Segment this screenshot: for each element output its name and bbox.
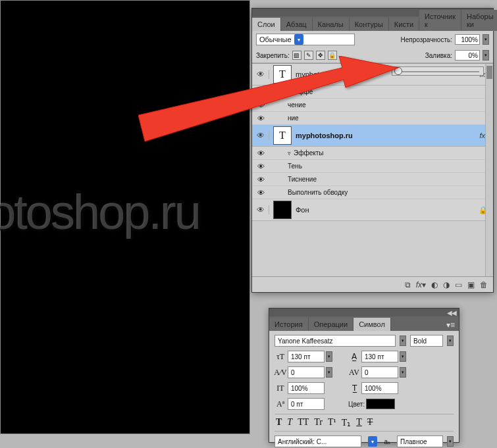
visibility-eye-icon[interactable]: 👁 (252, 176, 269, 184)
fx-icon[interactable]: fx▾ (416, 280, 426, 289)
layer-name[interactable]: Фон (296, 206, 309, 214)
tab-layers[interactable]: Слои (252, 18, 281, 31)
fill-input[interactable]: 0% (455, 50, 480, 61)
allcaps-button[interactable]: TT (298, 417, 309, 428)
font-size-input[interactable]: 130 пт (288, 351, 325, 362)
chevron-down-icon[interactable]: ▾ (400, 351, 406, 362)
disclosure-icon[interactable]: ▿ (288, 150, 291, 157)
effects-row[interactable]: 👁 ▿ Эффе (252, 86, 493, 99)
effect-item[interactable]: 👁 ние (252, 112, 493, 125)
font-family-dropdown[interactable]: Yanone Kaffeesatz (275, 335, 396, 347)
disclosure-icon[interactable]: ▿ (288, 89, 291, 95)
tab-paths[interactable]: Контуры (350, 18, 389, 31)
visibility-eye-icon[interactable]: 👁 (252, 149, 269, 157)
color-swatch[interactable] (366, 399, 395, 409)
visibility-eye-icon[interactable]: 👁 (252, 88, 269, 96)
effect-label: Эффекты (294, 149, 323, 157)
new-layer-icon[interactable]: ▣ (467, 280, 475, 289)
visibility-eye-icon[interactable]: 👁 (252, 114, 269, 122)
superscript-button[interactable]: T¹ (328, 417, 336, 428)
chevron-down-icon[interactable]: ▾ (400, 367, 406, 378)
kerning-input[interactable]: 0 (288, 366, 325, 378)
layer-row[interactable]: 👁 Фон 🔒 (252, 199, 493, 221)
effect-item[interactable]: 👁 чение (252, 99, 493, 112)
tab-brushes[interactable]: Кисти (389, 18, 419, 31)
layer-row[interactable]: 👁 T myphotoshop.ru fx ▾ (252, 125, 493, 147)
chevron-down-icon[interactable]: ▾ (368, 436, 377, 447)
text-layer-thumb-icon[interactable]: T (273, 65, 292, 84)
collapse-icon[interactable]: ◀◀ (447, 309, 456, 316)
vscale-icon: IT (275, 384, 286, 393)
layer-name[interactable]: myphotoshop.ru (296, 132, 353, 139)
trash-icon[interactable]: 🗑 (480, 280, 488, 289)
effect-label: Выполнить обводку (288, 189, 348, 196)
scroll-thumb[interactable] (486, 66, 492, 79)
effect-label: Тиснение (288, 176, 317, 183)
effect-item[interactable]: 👁 Тень (252, 160, 493, 173)
panel-drag-bar[interactable]: ◀◀ (269, 309, 459, 316)
chevron-down-icon[interactable]: ▾ (447, 336, 454, 346)
smallcaps-button[interactable]: Tr (314, 417, 323, 428)
leading-icon: A̲ (348, 352, 360, 362)
hscale-input[interactable]: 100% (361, 382, 398, 394)
fill-label: Заливка: (425, 52, 452, 59)
opacity-label: Непрозрачность: (400, 36, 452, 43)
tracking-input[interactable]: 0 (361, 366, 398, 378)
vscale-input[interactable]: 100% (288, 382, 325, 394)
lock-pixels-icon[interactable]: ✎ (304, 51, 313, 60)
blend-mode-dropdown[interactable]: Обычные ▾ (256, 34, 355, 45)
link-layers-icon[interactable]: ⧉ (405, 280, 411, 289)
baseline-input[interactable]: 0 пт (288, 398, 325, 410)
lock-position-icon[interactable]: ✥ (316, 51, 325, 60)
chevron-down-icon[interactable]: ▾ (326, 351, 332, 362)
fill-slider-toggle[interactable]: ▾ (483, 50, 489, 61)
tab-clone[interactable]: Источник к (419, 10, 461, 31)
layer-thumb[interactable] (273, 201, 292, 219)
opacity-input[interactable]: 100% (455, 34, 480, 45)
chevron-down-icon[interactable]: ▾ (326, 367, 332, 378)
language-dropdown[interactable]: Английский: С... (275, 436, 361, 447)
visibility-eye-icon[interactable]: 👁 (252, 189, 269, 197)
slider-thumb[interactable] (394, 67, 402, 75)
strikethrough-button[interactable]: Ŧ (367, 417, 373, 428)
faux-bold-button[interactable]: T (276, 417, 282, 428)
effect-item[interactable]: 👁 Тиснение (252, 173, 493, 186)
canvas[interactable]: hotoshop.ru (0, 0, 250, 434)
tab-history[interactable]: История (269, 318, 309, 331)
tab-presets[interactable]: Наборы ки (461, 10, 497, 31)
effect-item[interactable]: 👁 Выполнить обводку (252, 186, 493, 199)
underline-button[interactable]: T (356, 417, 362, 428)
adjustment-icon[interactable]: ◑ (443, 280, 450, 289)
group-icon[interactable]: ▭ (455, 280, 462, 289)
visibility-eye-icon[interactable]: 👁 (252, 131, 269, 140)
lock-all-icon[interactable]: 🔒 (328, 51, 337, 60)
tracking-icon: AV (348, 368, 360, 378)
lock-transparency-icon[interactable]: ▨ (292, 51, 301, 60)
leading-input[interactable]: 130 пт (361, 351, 398, 362)
layer-name[interactable]: myphotoshop.ru копия (296, 70, 369, 78)
tab-actions[interactable]: Операции (309, 318, 353, 331)
fill-slider-popout[interactable] (392, 66, 484, 76)
visibility-eye-icon[interactable]: 👁 (252, 101, 269, 109)
chevron-down-icon[interactable]: ▾ (400, 336, 406, 346)
baseline-icon: Aª (275, 399, 286, 409)
faux-italic-button[interactable]: T (287, 417, 292, 428)
effects-row[interactable]: 👁 ▿ Эффекты (252, 147, 493, 160)
tab-channels[interactable]: Каналы (313, 18, 350, 31)
text-layer-thumb-icon[interactable]: T (273, 126, 292, 145)
visibility-eye-icon[interactable]: 👁 (252, 162, 269, 170)
mask-icon[interactable]: ◐ (431, 280, 438, 289)
tab-paragraph[interactable]: Абзац (281, 18, 313, 31)
opacity-slider-toggle[interactable]: ▾ (483, 34, 489, 45)
effect-label: чение (288, 101, 305, 109)
char-tabbar: История Операции Символ ▾≡ (269, 316, 459, 331)
tab-character[interactable]: Символ (353, 318, 391, 331)
visibility-eye-icon[interactable]: 👁 (252, 70, 269, 79)
antialias-dropdown[interactable]: Плавное (397, 436, 443, 447)
font-style-dropdown[interactable]: Bold (410, 335, 443, 347)
visibility-eye-icon[interactable]: 👁 (252, 205, 269, 214)
chevron-down-icon[interactable]: ▾ (447, 436, 454, 447)
panel-menu-icon[interactable]: ▾≡ (442, 319, 459, 331)
subscript-button[interactable]: T₁ (342, 417, 352, 428)
scrollbar[interactable] (485, 64, 493, 276)
